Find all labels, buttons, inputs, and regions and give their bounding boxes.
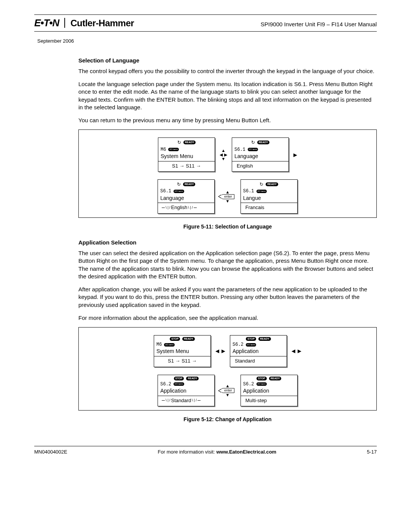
menu-title: System Menu — [161, 153, 212, 160]
rotate-icon: ↻ — [260, 181, 263, 187]
stop-badge: STOP — [256, 377, 267, 380]
figure-5-11: ↻ READY M6 I/O term System Menu S1 → S11… — [78, 129, 377, 218]
io-badge: I/O term — [174, 190, 184, 193]
section-heading-application: Application Selection — [78, 239, 377, 246]
ready-badge: READY — [186, 377, 199, 380]
menu-title: Application — [160, 387, 212, 395]
rotate-icon: ↻ — [177, 139, 181, 145]
ready-badge: READY — [183, 182, 196, 186]
value-text: Francais — [243, 204, 295, 211]
ready-badge: READY — [266, 182, 278, 186]
doc-title: SPI9000 Inverter Unit FI9 – FI14 User Ma… — [261, 21, 377, 28]
nav-keys: ▲ ◀▶ ▼ — [220, 149, 227, 161]
section-heading-language: Selection of Language — [78, 57, 377, 64]
page-header: E•T•N Cutler-Hammer SPI9000 Inverter Uni… — [34, 16, 377, 30]
figure-caption: Figure 5-11: Selection of Language — [78, 223, 377, 230]
footer-url: www.EatonElectrical.com — [216, 449, 276, 455]
enter-key: enter — [221, 388, 234, 393]
value-text: Multi-step — [243, 397, 295, 404]
io-badge: I/O term — [168, 148, 179, 151]
para: Locate the language selection page under… — [78, 80, 377, 111]
eaton-logo: E•T•N — [34, 16, 59, 30]
figure-caption: Figure 5-12: Change of Application — [78, 416, 377, 423]
menu-title: System Menu — [156, 348, 208, 355]
io-badge: I/O term — [164, 343, 175, 347]
keypad-screen: ↻ READY S6.1 I/O term Language \ | / Eng… — [158, 179, 215, 214]
io-badge: I/O term — [256, 382, 267, 386]
stop-badge: STOP — [246, 337, 256, 341]
main-content: Selection of Language The control keypad… — [78, 57, 377, 423]
para: After application change, you will be as… — [78, 286, 377, 309]
doc-number: MN04004002E — [34, 449, 67, 455]
ready-badge: READY — [258, 337, 271, 341]
menu-code: M6 — [156, 342, 162, 348]
io-badge: I/O term — [248, 148, 258, 151]
menu-title: Language — [234, 153, 286, 160]
keypad-screen: STOP READY M6 I/O term System Menu S1 → … — [154, 335, 211, 367]
value-text: Standard — [233, 358, 284, 364]
figure-5-12: STOP READY M6 I/O term System Menu S1 → … — [78, 327, 377, 411]
page-footer: MN04004002E For more information visit: … — [34, 446, 377, 455]
nav-keys-enter: ▲ enter ▼ — [219, 190, 236, 203]
stop-badge: STOP — [174, 377, 184, 380]
rotate-icon: ↻ — [251, 139, 255, 145]
ready-badge: READY — [257, 141, 270, 144]
menu-code: M6 — [161, 147, 166, 153]
right-arrow-icon: ▶ — [293, 152, 297, 158]
menu-code: S6.1 — [160, 188, 171, 194]
keypad-screen: ↻ READY S6.1 I/O term Language English — [232, 137, 289, 172]
lr-arrows: ◀▶ — [215, 348, 225, 355]
keypad-screen: ↻ READY M6 I/O term System Menu S1 → S11… — [158, 137, 215, 172]
footer-text: For more information visit: — [158, 449, 217, 455]
menu-title: Application — [243, 387, 295, 395]
range-text: S1 → S11 → — [161, 163, 212, 169]
para: You can return to the previous menu any … — [78, 117, 377, 124]
divider — [64, 18, 65, 28]
blinking-value: Standard — [171, 397, 191, 404]
range-text: S1 → S11 → — [156, 358, 208, 364]
lr-arrows: ◀▶ — [292, 348, 301, 355]
menu-title: Language — [160, 195, 212, 202]
ready-badge: READY — [269, 377, 282, 380]
menu-code: S6.1 — [243, 188, 254, 194]
blinking-value: English — [171, 204, 188, 211]
enter-key: enter — [221, 194, 234, 199]
io-badge: I/O term — [174, 382, 184, 386]
date: September 2006 — [37, 38, 377, 45]
keypad-screen: STOP READY S6.2 I/O term Application Sta… — [230, 335, 287, 367]
menu-code: S6.2 — [160, 381, 171, 387]
para: The control keypad offers you the possib… — [78, 67, 377, 75]
para: The user can select the desired applicat… — [78, 249, 377, 280]
menu-code: S6.2 — [233, 342, 244, 348]
io-badge: I/O term — [246, 343, 256, 347]
nav-keys-enter: ▲ enter ▼ — [219, 384, 236, 397]
page-number: 5-17 — [367, 449, 377, 455]
value-text: English — [234, 163, 286, 169]
menu-code: S6.1 — [234, 147, 245, 153]
menu-title: Application — [233, 348, 284, 355]
stop-badge: STOP — [170, 337, 180, 341]
keypad-screen: ↻ READY S6.1 I/O term Langue Francais — [241, 179, 298, 214]
brand-name: Cutler-Hammer — [70, 17, 134, 29]
io-badge: I/O term — [256, 190, 267, 193]
ready-badge: READY — [183, 141, 196, 144]
menu-title: Langue — [243, 195, 295, 202]
keypad-screen: STOP READY S6.2 I/O term Application Mul… — [241, 375, 298, 407]
ready-badge: READY — [182, 337, 195, 341]
menu-code: S6.2 — [243, 381, 254, 387]
rotate-icon: ↻ — [177, 181, 181, 187]
para: For more information about the applicati… — [78, 314, 377, 322]
keypad-screen: STOP READY S6.2 I/O term Application \ |… — [158, 375, 215, 407]
